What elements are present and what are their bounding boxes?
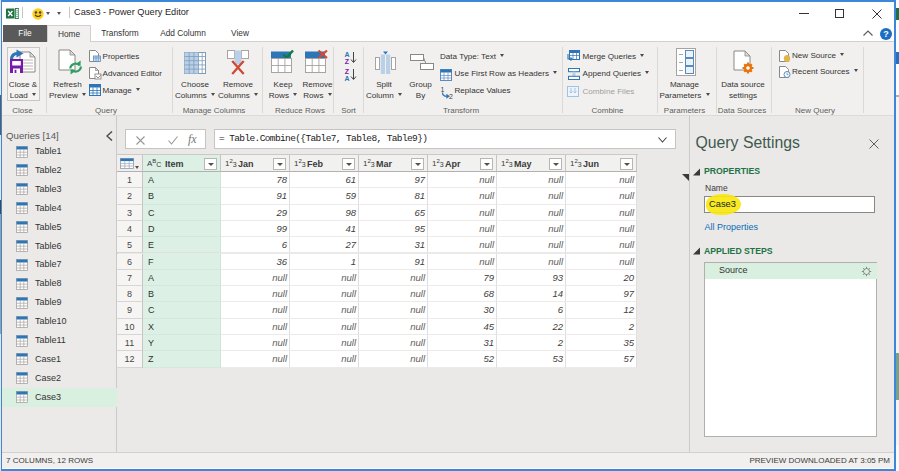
- svg-text:Z: Z: [344, 58, 349, 65]
- svg-text:1: 1: [441, 86, 445, 93]
- svg-text:A: A: [344, 75, 349, 82]
- svg-text:2: 2: [449, 92, 453, 99]
- svg-text:?: ?: [883, 29, 889, 39]
